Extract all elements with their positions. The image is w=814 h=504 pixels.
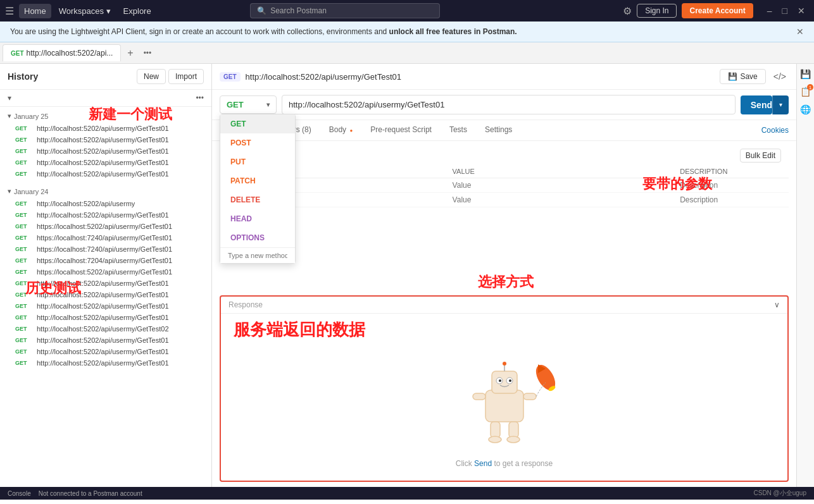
filter-icon[interactable]: ▾ bbox=[8, 94, 11, 102]
maximize-button[interactable]: □ bbox=[779, 4, 791, 17]
list-item[interactable]: GET https://localhost:7204/api/usermy/Ge… bbox=[0, 255, 211, 266]
list-item[interactable]: GET http://localhost:5202/api/usermy/Get… bbox=[0, 278, 211, 289]
list-item[interactable]: GET http://localhost:5202/api/usermy/Get… bbox=[0, 168, 211, 180]
history-url: http://localhost:5202/api/usermy/GetTest… bbox=[37, 325, 169, 333]
list-item[interactable]: GET http://localhost:5202/api/usermy/Get… bbox=[0, 300, 211, 312]
bottom-left: Console Not connected to a Postman accou… bbox=[8, 490, 142, 497]
nav-workspaces[interactable]: Workspaces ▾ bbox=[54, 4, 116, 18]
list-item[interactable]: GET https://localhost:5202/api/usermy/Ge… bbox=[0, 221, 211, 232]
nav-home[interactable]: Home bbox=[19, 4, 51, 18]
list-item[interactable]: GET http://localhost:5202/api/usermy/Get… bbox=[0, 134, 211, 145]
url-bar: GET ▾ GET POST PUT PATCH DELETE HEAD OPT… bbox=[212, 90, 796, 120]
cookies-link[interactable]: Cookies bbox=[761, 126, 789, 135]
new-tab-button[interactable]: + bbox=[122, 45, 138, 61]
list-item[interactable]: GET https://localhost:7240/api/usermy/Ge… bbox=[0, 243, 211, 255]
sidebar-header: History New Import bbox=[0, 64, 211, 90]
tab-more-button[interactable]: ••• bbox=[139, 46, 157, 60]
credit-text: CSDN @小全ugup bbox=[753, 489, 806, 498]
history-url: https://localhost:7240/api/usermy/GetTes… bbox=[37, 234, 172, 242]
method-option-patch[interactable]: PATCH bbox=[220, 171, 295, 190]
tab-settings[interactable]: Settings bbox=[477, 120, 520, 140]
group-header-jan24[interactable]: ▾ January 24 bbox=[0, 185, 211, 198]
history-url: http://localhost:5202/api/usermy/GetTest… bbox=[37, 280, 169, 287]
svg-rect-8 bbox=[473, 393, 485, 400]
import-button[interactable]: Import bbox=[168, 69, 204, 84]
group-header-jan25[interactable]: ▾ January 25 bbox=[0, 109, 211, 123]
sidebar-more-button[interactable]: ••• bbox=[196, 94, 204, 102]
list-item[interactable]: GET http://localhost:5202/api/usermy bbox=[0, 198, 211, 209]
save-icon[interactable]: 💾 bbox=[800, 69, 811, 79]
svg-rect-11 bbox=[509, 422, 518, 438]
list-item[interactable]: GET https://localhost:5202/api/usermy/Ge… bbox=[0, 266, 211, 278]
method-select[interactable]: GET ▾ bbox=[220, 95, 277, 114]
save-button[interactable]: 💾 Save bbox=[720, 69, 765, 84]
svg-point-5 bbox=[509, 379, 511, 382]
minimize-button[interactable]: – bbox=[763, 4, 776, 17]
param-desc-input[interactable] bbox=[680, 195, 784, 204]
param-value-input[interactable] bbox=[453, 195, 670, 204]
selected-method: GET bbox=[227, 100, 244, 109]
param-value-input[interactable] bbox=[453, 181, 670, 190]
history-url: http://localhost:5202/api/usermy bbox=[37, 200, 135, 207]
search-bar[interactable]: 🔍 Search Postman bbox=[250, 3, 440, 18]
environment-icon[interactable]: 🌐 bbox=[800, 104, 811, 114]
tab-request[interactable]: GET http://localhost:5202/api... bbox=[3, 44, 121, 61]
tabs-row: GET http://localhost:5202/api... + ••• bbox=[0, 42, 814, 64]
history-url: http://localhost:5202/api/usermy/GetTest… bbox=[37, 348, 169, 355]
new-button[interactable]: New bbox=[137, 69, 166, 84]
send-dropdown-button[interactable]: ▾ bbox=[772, 95, 789, 114]
param-desc-input[interactable] bbox=[680, 181, 784, 190]
tab-tests[interactable]: Tests bbox=[442, 120, 475, 140]
params-table-header-row: Bulk Edit bbox=[220, 146, 789, 165]
right-sidebar: 💾 📋 1 🌐 bbox=[796, 64, 814, 487]
svg-rect-9 bbox=[523, 393, 536, 400]
list-item[interactable]: GET http://localhost:5202/api/usermy/Get… bbox=[0, 123, 211, 134]
method-option-head[interactable]: HEAD bbox=[220, 209, 295, 228]
create-account-button[interactable]: Create Account bbox=[682, 3, 753, 18]
nav-explore[interactable]: Explore bbox=[118, 4, 156, 18]
send-button[interactable]: Send bbox=[741, 95, 772, 114]
list-item[interactable]: GET http://localhost:5202/api/usermy/Get… bbox=[0, 312, 211, 323]
tab-prerequest[interactable]: Pre-request Script bbox=[363, 120, 439, 140]
history-group-jan24: ▾ January 24 GET http://localhost:5202/a… bbox=[0, 182, 211, 371]
svg-rect-1 bbox=[492, 371, 517, 393]
list-item[interactable]: GET http://localhost:5202/api/usermy/Get… bbox=[0, 157, 211, 168]
history-url: https://localhost:7240/api/usermy/GetTes… bbox=[37, 245, 172, 253]
response-chevron-icon[interactable]: ∨ bbox=[774, 300, 780, 309]
method-option-delete[interactable]: DELETE bbox=[220, 190, 295, 209]
send-link[interactable]: Send bbox=[474, 459, 492, 468]
svg-point-12 bbox=[489, 436, 501, 443]
method-option-put[interactable]: PUT bbox=[220, 152, 295, 171]
list-item[interactable]: GET http://localhost:5202/api/usermy/Get… bbox=[0, 145, 211, 157]
response-area: Response ∨ 服务端返回的数据 bbox=[220, 295, 789, 482]
banner-close-button[interactable]: ✕ bbox=[796, 27, 804, 37]
method-option-get[interactable]: GET bbox=[220, 114, 295, 133]
close-button[interactable]: ✕ bbox=[794, 4, 809, 17]
history-url: http://localhost:5202/api/usermy/GetTest… bbox=[37, 211, 169, 219]
settings-button[interactable]: ⚙ bbox=[623, 5, 632, 17]
menu-icon[interactable]: ☰ bbox=[5, 5, 14, 17]
list-item[interactable]: GET http://localhost:5202/api/usermy/Get… bbox=[0, 323, 211, 335]
method-badge: GET bbox=[15, 314, 33, 321]
code-button[interactable]: </> bbox=[771, 69, 789, 84]
annotation-response: 服务端返回的数据 bbox=[221, 314, 787, 346]
collection-icon[interactable]: 📋 1 bbox=[800, 87, 811, 97]
list-item[interactable]: GET https://localhost:7240/api/usermy/Ge… bbox=[0, 232, 211, 243]
method-type-input[interactable] bbox=[220, 247, 295, 263]
console-button[interactable]: Console bbox=[8, 490, 31, 497]
list-item[interactable]: GET http://localhost:5202/api/usermy/Get… bbox=[0, 209, 211, 221]
method-badge: GET bbox=[15, 125, 33, 132]
robot-illustration bbox=[448, 359, 561, 449]
list-item[interactable]: GET http://localhost:5202/api/usermy/Get… bbox=[0, 289, 211, 300]
method-option-options[interactable]: OPTIONS bbox=[220, 228, 295, 247]
tab-body[interactable]: Body ● bbox=[322, 120, 361, 140]
list-item[interactable]: GET http://localhost:5202/api/usermy/Get… bbox=[0, 335, 211, 346]
bulk-edit-button[interactable]: Bulk Edit bbox=[740, 149, 781, 163]
method-option-post[interactable]: POST bbox=[220, 133, 295, 152]
url-input[interactable] bbox=[282, 95, 736, 114]
method-dropdown: GET POST PUT PATCH DELETE HEAD OPTIONS bbox=[220, 114, 296, 264]
list-item[interactable]: GET http://localhost:5202/api/usermy/Get… bbox=[0, 346, 211, 357]
list-item[interactable]: GET http://localhost:5202/api/usermy/Get… bbox=[0, 357, 211, 369]
signin-button[interactable]: Sign In bbox=[637, 4, 677, 18]
history-url: http://localhost:5202/api/usermy/GetTest… bbox=[37, 291, 169, 298]
